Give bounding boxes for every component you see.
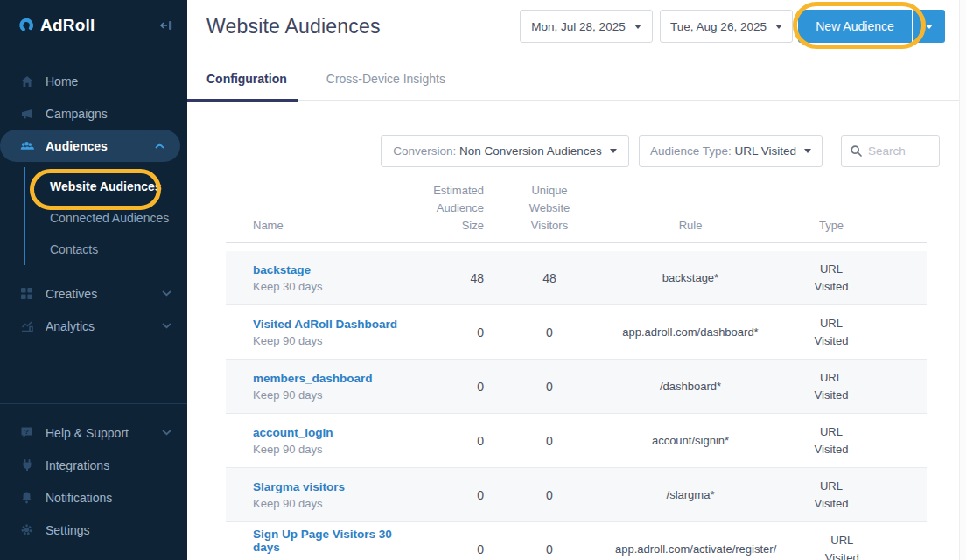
audience-name-link[interactable]: backstage xyxy=(253,263,414,276)
unique-visitors-cell: 0 xyxy=(484,542,615,556)
sidebar-item-label: Analytics xyxy=(46,319,162,333)
table-row: Visited AdRoll Dashboard Keep 90 days 0 … xyxy=(226,305,928,360)
sidebar-item-label: Notifications xyxy=(46,491,172,505)
conversion-filter-value: Non Conversion Audiences xyxy=(459,144,602,158)
search-box xyxy=(841,135,940,167)
column-header-rule: Rule xyxy=(615,217,766,234)
gear-icon xyxy=(19,523,34,536)
sidebar-item-contacts[interactable]: Contacts xyxy=(0,234,187,265)
sidebar-item-campaigns[interactable]: Campaigns xyxy=(0,97,187,130)
chart-icon xyxy=(19,319,34,333)
estimated-size-cell: 0 xyxy=(414,380,484,394)
audience-retention: Keep 90 days xyxy=(253,388,414,402)
estimated-size-value: 0 xyxy=(477,488,484,502)
type-cell: URL Visited xyxy=(766,478,897,513)
sidebar-item-help-support[interactable]: ? Help & Support xyxy=(0,416,187,449)
help-bubble-icon: ? xyxy=(19,426,34,439)
audiences-submenu: Website Audiences Connected Audiences Co… xyxy=(0,162,187,277)
chevron-up-icon xyxy=(155,143,164,149)
type-cell: URL Visited xyxy=(766,315,897,350)
sidebar-item-settings[interactable]: Settings xyxy=(0,514,187,546)
tab-bar: Configuration Cross-Device Insights xyxy=(187,72,966,101)
audience-name-link[interactable]: Visited AdRoll Dashboard xyxy=(253,318,414,331)
new-audience-button[interactable]: New Audience xyxy=(798,10,912,43)
type-cell: URL Visited xyxy=(766,424,897,458)
adroll-logo-text: AdRoll xyxy=(40,16,94,35)
submenu-tree-line xyxy=(24,167,25,265)
table-row: Sign Up Page Visitors 30 days Keep 30 da… xyxy=(226,522,928,560)
conversion-filter-dropdown[interactable]: Conversion: Non Conversion Audiences xyxy=(381,135,629,167)
caret-down-icon xyxy=(634,24,641,29)
rule-cell: app.adroll.com/activate/register/ xyxy=(615,542,776,556)
sidebar-item-analytics[interactable]: Analytics xyxy=(0,310,187,342)
unique-visitors-cell: 0 xyxy=(484,434,615,448)
plug-icon xyxy=(19,458,34,472)
tab-configuration[interactable]: Configuration xyxy=(206,72,287,100)
audience-table-header: Name Estimated Audience Size Unique Webs… xyxy=(226,182,928,243)
audience-name-link[interactable]: Slargma visitors xyxy=(253,480,414,494)
adroll-logo[interactable]: AdRoll xyxy=(18,16,94,35)
estimated-size-value: 0 xyxy=(477,542,484,556)
sidebar-item-label: Home xyxy=(46,74,172,88)
rule-value: /dashboard* xyxy=(660,380,721,393)
new-audience-dropdown-button[interactable] xyxy=(914,10,945,43)
audience-table-body: backstage Keep 30 days 48 48 backstage* … xyxy=(226,251,928,560)
sidebar-item-home[interactable]: Home xyxy=(0,65,187,97)
sidebar-item-website-audiences[interactable]: Website Audiences xyxy=(0,171,187,202)
bell-icon xyxy=(19,491,34,504)
end-date-picker[interactable]: Tue, Aug 26, 2025 xyxy=(660,10,793,43)
estimated-size-value: 0 xyxy=(477,380,484,394)
rule-cell: /dashboard* xyxy=(615,380,766,393)
sidebar-item-connected-audiences[interactable]: Connected Audiences xyxy=(0,202,187,234)
home-icon xyxy=(19,74,34,88)
estimated-size-cell: 0 xyxy=(414,542,484,556)
audience-type-filter-value: URL Visited xyxy=(735,144,797,158)
search-input[interactable] xyxy=(868,144,929,158)
sidebar-item-creatives[interactable]: Creatives xyxy=(0,277,187,310)
caret-down-icon xyxy=(926,24,933,29)
rule-cell: app.adroll.com/dashboard* xyxy=(615,326,766,339)
estimated-size-value: 0 xyxy=(477,434,484,448)
chevron-down-icon xyxy=(162,430,172,436)
sidebar-item-notifications[interactable]: Notifications xyxy=(0,481,187,514)
audience-name-link[interactable]: account_login xyxy=(253,426,414,439)
table-row: backstage Keep 30 days 48 48 backstage* … xyxy=(226,251,928,305)
sidebar-item-integrations[interactable]: Integrations xyxy=(0,449,187,481)
chevron-down-icon xyxy=(162,290,172,297)
collapse-sidebar-icon[interactable] xyxy=(159,18,173,32)
rule-cell: /slargma* xyxy=(615,488,766,501)
unique-visitors-value: 0 xyxy=(546,380,553,394)
conversion-filter-label: Conversion: xyxy=(393,144,456,158)
start-date-picker[interactable]: Mon, Jul 28, 2025 xyxy=(520,10,653,43)
sidebar-item-label: Help & Support xyxy=(46,426,162,440)
caret-down-icon xyxy=(804,149,811,153)
column-header-name: Name xyxy=(226,217,414,234)
audience-name-link[interactable]: Sign Up Page Visitors 30 days xyxy=(253,528,414,554)
audience-retention: Keep 90 days xyxy=(253,334,414,347)
column-header-estimated-size: Estimated Audience Size xyxy=(414,182,484,234)
sidebar-item-audiences[interactable]: Audiences xyxy=(0,130,180,162)
sidebar-item-label: Settings xyxy=(46,523,172,537)
end-date-value: Tue, Aug 26, 2025 xyxy=(670,20,766,33)
audience-name-link[interactable]: members_dashboard xyxy=(253,372,414,385)
scrollbar[interactable] xyxy=(959,0,966,560)
type-value: URL Visited xyxy=(805,478,858,513)
audience-type-filter-dropdown[interactable]: Audience Type: URL Visited xyxy=(639,135,822,167)
column-header-type: Type xyxy=(766,217,897,234)
main-content: Website Audiences Mon, Jul 28, 2025 Tue,… xyxy=(187,0,966,560)
estimated-size-cell: 0 xyxy=(414,326,484,340)
unique-visitors-value: 0 xyxy=(546,542,553,556)
chevron-down-icon xyxy=(162,323,172,329)
header-controls: Mon, Jul 28, 2025 Tue, Aug 26, 2025 New … xyxy=(520,10,945,43)
estimated-size-cell: 0 xyxy=(414,488,484,502)
audience-retention: Keep 90 days xyxy=(253,443,414,456)
name-cell: backstage Keep 30 days xyxy=(226,263,414,293)
caret-down-icon xyxy=(775,24,782,29)
sidebar-item-label: Audiences xyxy=(46,139,155,153)
tab-cross-device-insights[interactable]: Cross-Device Insights xyxy=(326,72,445,100)
audiences-icon xyxy=(19,139,34,153)
type-value: URL Visited xyxy=(805,261,858,296)
table-row: Slargma visitors Keep 90 days 0 0 /slarg… xyxy=(226,468,928,522)
name-cell: Sign Up Page Visitors 30 days Keep 30 da… xyxy=(226,528,414,560)
column-header-unique-visitors: Unique Website Visitors xyxy=(484,182,615,234)
